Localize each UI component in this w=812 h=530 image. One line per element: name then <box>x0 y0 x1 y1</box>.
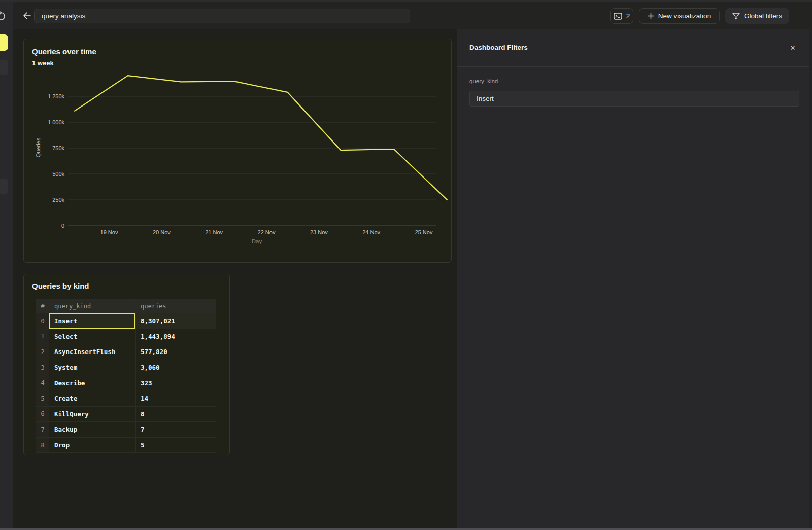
dashboard-mini-sidebar <box>0 2 13 530</box>
plus-icon <box>648 13 654 19</box>
close-icon[interactable]: ✕ <box>787 42 798 53</box>
query-kind-cell[interactable]: System <box>49 360 135 375</box>
row-index-cell: 7 <box>36 422 49 437</box>
filters-panel-title: Dashboard Filters <box>469 44 528 51</box>
top-bar: 2 New visualization Global filters <box>13 2 812 29</box>
query-kind-cell[interactable]: Drop <box>49 438 135 453</box>
queries-count-cell[interactable]: 577,820 <box>135 344 216 360</box>
panel-divider <box>457 66 812 67</box>
query-kind-cell[interactable]: AsyncInsertFlush <box>49 344 135 360</box>
queries-count-cell[interactable]: 14 <box>135 391 216 406</box>
x-tick-label: 20 Nov <box>153 229 171 235</box>
sql-console-icon <box>614 13 622 20</box>
query-kind-cell[interactable]: Select <box>49 329 135 344</box>
row-index-cell: 0 <box>36 313 49 329</box>
y-tick-label: 1 000k <box>48 119 65 125</box>
row-index-cell: 6 <box>36 407 49 422</box>
table-title: Queries by kind <box>32 281 89 290</box>
table-row: 7Backup7 <box>36 422 216 438</box>
column-header-queries[interactable]: queries <box>135 299 216 313</box>
table-row: 1Select1,443,894 <box>36 329 216 345</box>
queries-by-kind-card: Queries by kind # query_kind queries 0In… <box>23 274 230 455</box>
queries-count-cell[interactable]: 8 <box>135 407 216 422</box>
query-kind-cell[interactable]: Describe <box>49 375 135 391</box>
x-tick-label: 24 Nov <box>362 229 380 235</box>
table-row: 5Create14 <box>36 391 216 407</box>
table-row: 6KillQuery8 <box>36 407 216 422</box>
query-kind-cell[interactable]: Create <box>49 391 135 406</box>
x-tick-label: 23 Nov <box>310 229 328 235</box>
query-kind-filter-input[interactable] <box>469 91 799 107</box>
queries-count-cell[interactable]: 3,060 <box>135 360 216 375</box>
queries-over-time-card: Queries over time 1 week 0250k500k750k1 … <box>23 39 452 263</box>
x-tick-label: 25 Nov <box>415 229 433 235</box>
queries-count-cell[interactable]: 1,443,894 <box>135 329 216 344</box>
sidebar-item-2[interactable] <box>0 179 8 194</box>
global-filters-label: Global filters <box>744 12 782 20</box>
new-visualization-label: New visualization <box>658 12 711 20</box>
dashboard-title-input[interactable] <box>34 9 410 23</box>
query-kind-cell-selected[interactable]: Insert <box>49 313 135 329</box>
sql-console-count-button[interactable]: 2 <box>610 8 633 24</box>
table-row: 0Insert8,307,021 <box>36 313 216 329</box>
panel-scrollbar-gutter <box>809 29 812 530</box>
queries-count-cell[interactable]: 7 <box>135 422 216 437</box>
y-tick-label: 250k <box>52 197 64 203</box>
new-visualization-button[interactable]: New visualization <box>639 8 720 24</box>
column-header-index[interactable]: # <box>36 299 49 313</box>
dashboard-canvas: Queries over time 1 week 0250k500k750k1 … <box>13 29 457 530</box>
row-index-cell: 3 <box>36 360 49 375</box>
row-index-cell: 4 <box>36 375 49 391</box>
queries-count-cell[interactable]: 5 <box>135 438 216 453</box>
queries-line-chart[interactable]: 0250k500k750k1 000k1 250k19 Nov20 Nov21 … <box>24 39 451 262</box>
column-header-query-kind[interactable]: query_kind <box>49 299 135 313</box>
sidebar-item-active[interactable] <box>0 34 8 51</box>
x-axis-title: Day <box>252 238 262 244</box>
y-tick-label: 500k <box>52 171 64 177</box>
reload-icon[interactable] <box>0 11 7 22</box>
row-index-cell: 2 <box>36 344 49 360</box>
table-row: 2AsyncInsertFlush577,820 <box>36 344 216 360</box>
table-header-row: # query_kind queries <box>36 299 216 313</box>
x-tick-label: 21 Nov <box>205 229 223 235</box>
y-axis-title: Queries <box>35 137 41 157</box>
row-index-cell: 1 <box>36 329 49 344</box>
back-button[interactable] <box>19 8 35 23</box>
queries-count-cell[interactable]: 323 <box>135 375 216 391</box>
x-tick-label: 19 Nov <box>100 229 118 235</box>
global-filters-button[interactable]: Global filters <box>725 8 789 24</box>
console-count-label: 2 <box>626 12 630 20</box>
filter-funnel-icon <box>732 13 740 20</box>
y-tick-label: 0 <box>61 223 64 229</box>
table-row: 4Describe323 <box>36 375 216 391</box>
sidebar-item-1[interactable] <box>0 60 8 75</box>
query-kind-cell[interactable]: Backup <box>49 422 135 437</box>
query-kind-cell[interactable]: KillQuery <box>49 407 135 422</box>
queries-count-cell[interactable]: 8,307,021 <box>135 313 216 329</box>
dashboard-filters-panel: Dashboard Filters ✕ query_kind <box>457 29 812 530</box>
row-index-cell: 8 <box>36 438 49 453</box>
y-tick-label: 750k <box>52 145 64 151</box>
queries-table: # query_kind queries 0Insert8,307,0211Se… <box>36 299 216 453</box>
x-tick-label: 22 Nov <box>258 229 276 235</box>
y-tick-label: 1 250k <box>48 93 65 99</box>
arrow-left-icon <box>22 12 31 20</box>
row-index-cell: 5 <box>36 391 49 406</box>
filter-field-label: query_kind <box>469 78 498 84</box>
table-row: 3System3,060 <box>36 360 216 376</box>
table-row: 8Drop5 <box>36 438 216 453</box>
queries-series-line <box>75 76 447 200</box>
